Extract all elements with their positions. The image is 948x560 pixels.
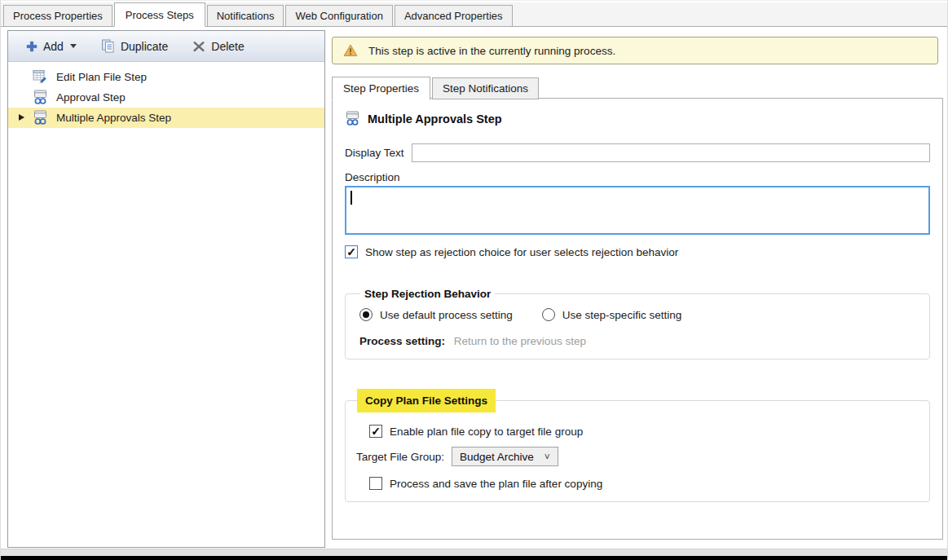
- radio-use-default-process-setting[interactable]: Use default process setting: [359, 308, 513, 321]
- target-file-group-select[interactable]: Budget Archive: [452, 447, 558, 466]
- radio-label: Use step-specific setting: [562, 309, 681, 321]
- approval-step-icon: [33, 110, 48, 126]
- radio-label: Use default process setting: [380, 309, 513, 321]
- description-label: Description: [345, 171, 930, 183]
- warning-icon: [343, 44, 358, 57]
- tab-label: Step Properties: [343, 82, 419, 95]
- process-setting-label: Process setting:: [359, 335, 445, 347]
- expander-icon: [19, 114, 24, 121]
- warning-text: This step is active in the currently run…: [368, 45, 615, 57]
- window-bottom-strip: [1, 549, 947, 556]
- approval-step-icon: [33, 90, 48, 105]
- checkbox-icon: [369, 425, 382, 438]
- tab-process-steps[interactable]: Process Steps: [114, 2, 205, 27]
- checkbox-label: Enable plan file copy to target file gro…: [390, 426, 583, 438]
- description-textarea[interactable]: [345, 186, 930, 235]
- combobox-value: Budget Archive: [460, 451, 534, 463]
- approval-step-icon: [345, 111, 360, 126]
- tab-label: Web Configuration: [295, 10, 382, 22]
- process-setting-value: Return to the previous step: [454, 335, 586, 347]
- step-label: Multiple Approvals Step: [56, 112, 171, 124]
- rejection-choice-checkbox[interactable]: Show step as rejection choice for user s…: [345, 245, 930, 258]
- edit-plan-file-icon: [33, 69, 48, 85]
- tab-web-configuration[interactable]: Web Configuration: [285, 5, 392, 26]
- checkbox-label: Process and save the plan file after cop…: [390, 478, 602, 490]
- step-tabstrip: Step Properties Step Notifications: [332, 77, 540, 99]
- tab-advanced-properties[interactable]: Advanced Properties: [395, 5, 513, 26]
- process-and-save-checkbox[interactable]: Process and save the plan file after cop…: [369, 477, 919, 490]
- duplicate-button[interactable]: Duplicate: [101, 39, 168, 53]
- target-file-group-row: Target File Group: Budget Archive: [356, 447, 919, 466]
- delete-button-label: Delete: [211, 40, 244, 53]
- step-label: Edit Plan File Step: [56, 71, 147, 83]
- enable-plan-file-copy-checkbox[interactable]: Enable plan file copy to target file gro…: [369, 425, 919, 438]
- delete-button[interactable]: Delete: [192, 40, 244, 53]
- display-text-row: Display Text: [345, 143, 930, 162]
- tab-label: Process Steps: [126, 9, 194, 21]
- step-detail-panel: This step is active in the currently run…: [332, 30, 943, 548]
- display-text-input[interactable]: [412, 143, 930, 162]
- step-properties-page: Multiple Approvals Step Display Text Des…: [332, 98, 943, 540]
- radio-use-step-specific-setting[interactable]: Use step-specific setting: [542, 308, 681, 321]
- add-button-label: Add: [43, 40, 64, 53]
- app-window: Process Properties Process Steps Notific…: [0, 0, 948, 560]
- plus-icon: [26, 41, 37, 52]
- rejection-radio-group: Use default process setting Use step-spe…: [359, 308, 919, 321]
- tab-notifications[interactable]: Notifications: [207, 5, 284, 26]
- process-setting-row: Process setting: Return to the previous …: [359, 335, 919, 347]
- list-item-edit-plan-file-step[interactable]: Edit Plan File Step: [8, 67, 324, 87]
- add-button[interactable]: Add: [26, 40, 77, 53]
- duplicate-icon: [101, 39, 115, 53]
- tab-process-properties[interactable]: Process Properties: [3, 5, 112, 26]
- warning-banner: This step is active in the currently run…: [332, 37, 938, 64]
- step-header: Multiple Approvals Step: [345, 111, 930, 126]
- caret-down-icon: [70, 44, 77, 48]
- radio-icon: [359, 308, 373, 321]
- radio-icon: [542, 308, 555, 321]
- steps-panel: Add Duplicate: [7, 30, 325, 548]
- delete-x-icon: [192, 40, 205, 53]
- duplicate-button-label: Duplicate: [121, 40, 168, 53]
- list-item-approval-step[interactable]: Approval Step: [8, 87, 324, 108]
- tab-label: Advanced Properties: [404, 10, 503, 22]
- steps-toolbar: Add Duplicate: [8, 31, 324, 62]
- step-title: Multiple Approvals Step: [368, 112, 502, 126]
- copy-plan-file-settings-group: Copy Plan File Settings Enable plan file…: [345, 389, 930, 502]
- group-title-highlighted: Copy Plan File Settings: [357, 389, 496, 412]
- tab-step-properties[interactable]: Step Properties: [332, 77, 430, 100]
- group-title: Step Rejection Behavior: [360, 288, 495, 300]
- main-tabstrip: Process Properties Process Steps Notific…: [1, 2, 947, 27]
- tab-label: Notifications: [217, 10, 275, 22]
- list-item-multiple-approvals-step[interactable]: Multiple Approvals Step: [8, 108, 324, 128]
- checkbox-label: Show step as rejection choice for user s…: [365, 246, 678, 258]
- tab-step-notifications[interactable]: Step Notifications: [432, 77, 539, 99]
- steps-list: Edit Plan File Step Approval Step: [8, 62, 324, 128]
- checkbox-icon: [345, 245, 358, 258]
- step-rejection-behavior-group: Step Rejection Behavior Use default proc…: [345, 288, 930, 359]
- target-file-group-label: Target File Group:: [356, 451, 444, 463]
- display-text-label: Display Text: [345, 147, 404, 159]
- tab-label: Step Notifications: [443, 82, 528, 95]
- checkbox-icon: [369, 477, 382, 490]
- text-caret: [351, 191, 352, 205]
- step-label: Approval Step: [56, 91, 126, 104]
- window-bottom-edge: [1, 556, 947, 560]
- chevron-down-icon: [545, 451, 550, 463]
- tab-label: Process Properties: [13, 10, 103, 22]
